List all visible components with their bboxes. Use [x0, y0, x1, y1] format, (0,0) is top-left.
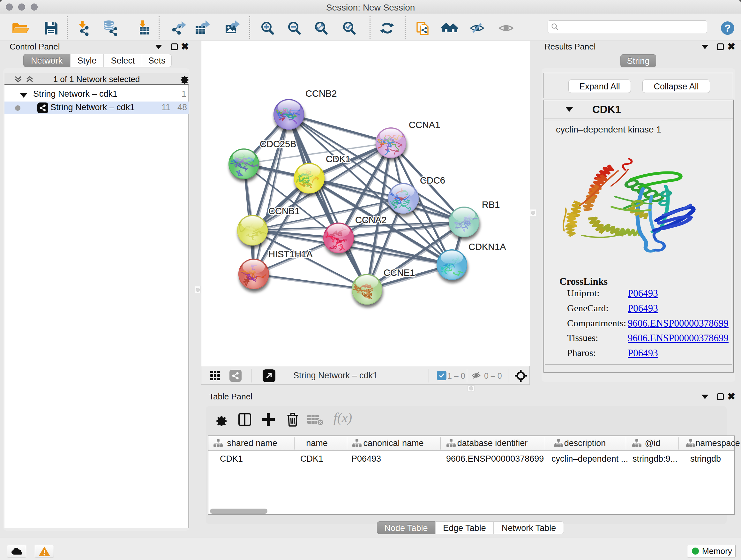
svg-text:CDC25B: CDC25B — [260, 139, 296, 149]
svg-text:CCNE1: CCNE1 — [384, 267, 415, 278]
svg-text:CCNA1: CCNA1 — [409, 120, 440, 130]
svg-text:CCNA2: CCNA2 — [355, 215, 387, 225]
svg-text:CDK1: CDK1 — [326, 154, 350, 164]
svg-text:HIST1H1A: HIST1H1A — [268, 249, 313, 259]
svg-text:CCNB1: CCNB1 — [268, 206, 300, 216]
svg-text:CDC6: CDC6 — [420, 175, 445, 186]
svg-text:RB1: RB1 — [482, 199, 500, 210]
svg-text:CDKN1A: CDKN1A — [468, 242, 506, 252]
svg-text:CCNB2: CCNB2 — [306, 88, 337, 99]
svg-text:?: ? — [724, 22, 731, 34]
